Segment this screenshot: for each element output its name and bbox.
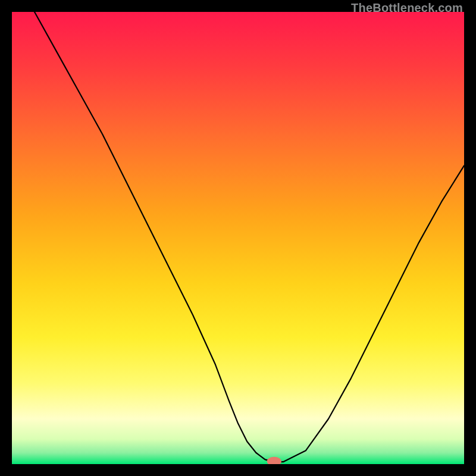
bottleneck-chart bbox=[12, 12, 464, 464]
chart-frame: TheBottleneck.com bbox=[0, 0, 476, 476]
plot-area bbox=[12, 12, 464, 464]
gradient-background bbox=[12, 12, 464, 464]
